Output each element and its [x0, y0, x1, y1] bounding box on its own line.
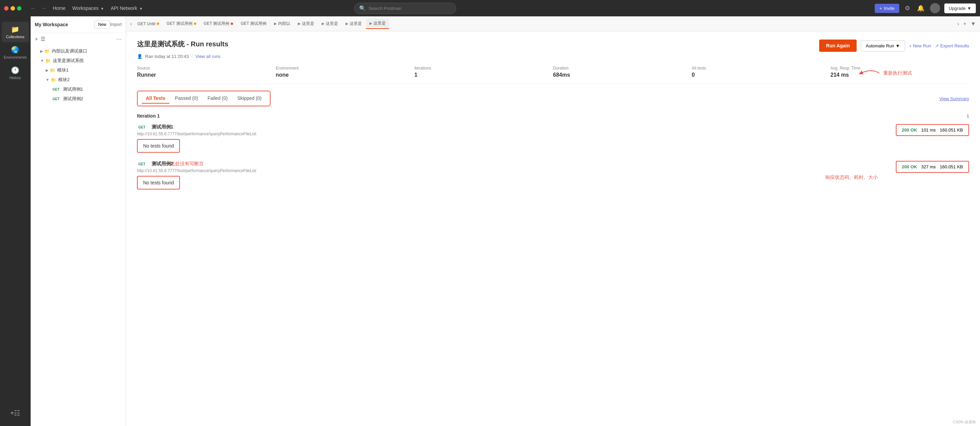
sidebar-item-environments[interactable]: 🌏 Environments — [2, 42, 29, 63]
titlebar-menu: Home Workspaces ▼ API Network ▼ — [53, 5, 143, 11]
collections-icon: 📁 — [11, 25, 19, 33]
tab-label: 内部以 — [278, 21, 290, 27]
tab-back-button[interactable]: ‹ — [129, 19, 133, 28]
tab-all-tests[interactable]: All Tests — [142, 94, 169, 103]
source-label: Source — [137, 66, 276, 70]
tab-add-button[interactable]: + — [962, 19, 968, 28]
file-tree-header: My Workspace New Import — [31, 16, 126, 33]
tree-body: ▶ 📁 内部以及调试接口 ▼ 📁 这里是测试系统 ▶ 📁 模块1 ▼ 📁 模块2 — [31, 45, 126, 426]
no-tests-text-1: No tests found — [143, 143, 174, 149]
tab-item-5[interactable]: ▶ 内部以 — [270, 19, 294, 29]
tab-skipped[interactable]: Skipped (0) — [233, 94, 266, 103]
tree-item-label: 模块1 — [57, 67, 68, 73]
view-all-runs-link[interactable]: View all runs — [196, 54, 221, 59]
arrow-svg — [861, 68, 881, 78]
tab-dot — [157, 22, 159, 25]
response-badge-2: 200 OK 327 ms 160.051 KB — [896, 161, 969, 173]
close-traffic-light[interactable] — [4, 6, 8, 11]
workspace-name: My Workspace — [35, 22, 94, 27]
result-tabs: All Tests Passed (0) Failed (0) Skipped … — [137, 91, 270, 106]
sidebar-add-button[interactable]: +☷ — [2, 405, 29, 421]
settings-button[interactable]: ⚙ — [903, 3, 912, 13]
request-item-1: GET 测试用例1 http://10.61.55.6:7777/tool/pe… — [137, 124, 969, 153]
minimize-traffic-light[interactable] — [11, 6, 15, 11]
tabs-row: All Tests Passed (0) Failed (0) Skipped … — [137, 91, 969, 106]
new-button[interactable]: New — [94, 21, 110, 29]
tree-item-module1[interactable]: ▶ 📁 模块1 — [31, 65, 126, 75]
environments-label: Environments — [4, 55, 27, 59]
invite-button[interactable]: + Invite — [875, 4, 900, 13]
tab-item-8[interactable]: ▶ 这里是 — [342, 19, 365, 29]
content-area: ‹ GET Untit GET 测试用例 GET 测试用例 GET 测试用例 ▶… — [126, 16, 980, 426]
upgrade-button[interactable]: Upgrade ▼ — [944, 3, 976, 13]
tree-item-testcase2[interactable]: GET 测试用例2 — [31, 94, 126, 103]
run-again-button[interactable]: Run Again — [819, 40, 856, 52]
tab-item-3[interactable]: GET 测试用例 — [200, 19, 237, 29]
run-stats: Source Runner Environment none Iteration… — [137, 66, 969, 84]
response-1-size: 160.051 KB — [940, 127, 963, 133]
request-1-method: GET — [137, 125, 147, 129]
tree-item-testcase1[interactable]: GET 测试用例1 — [31, 84, 126, 94]
run-header-actions: Run Again Automate Run ▼ + New Run ↗ Exp… — [819, 40, 969, 52]
run-header: 这里是测试系统 - Run results Run Again Automate… — [137, 40, 969, 52]
new-run-button[interactable]: + New Run — [909, 43, 931, 48]
sidebar-item-history[interactable]: 🕐 History — [2, 63, 29, 83]
stat-duration: Duration 684ms — [553, 66, 692, 78]
back-button[interactable]: ← — [28, 4, 38, 13]
tab-item-7[interactable]: ▶ 这里是 — [318, 19, 341, 29]
tree-filter-button[interactable]: ☰ — [41, 36, 45, 42]
add-icon: +☷ — [10, 409, 21, 417]
search-input[interactable] — [369, 6, 451, 11]
request-2-url: http://10.61.55.6:7777/tool/performance/… — [137, 168, 969, 173]
invite-icon: + — [880, 6, 882, 11]
notifications-button[interactable]: 🔔 — [916, 3, 926, 13]
response-2-time: 327 ms — [921, 164, 936, 169]
tab-item-2[interactable]: GET 测试用例 — [163, 19, 200, 29]
tab-passed[interactable]: Passed (0) — [171, 94, 202, 103]
tab-item-4[interactable]: GET 测试用例 — [237, 19, 270, 29]
tab-dot — [194, 22, 196, 25]
no-tests-text-2: No tests found — [143, 180, 174, 185]
tab-forward-button[interactable]: › — [956, 19, 960, 28]
ran-text: Ran today at 11:20:43 — [145, 54, 189, 59]
stat-iterations: Iterations 1 — [414, 66, 553, 78]
tree-actions: + ☰ ⋯ — [31, 33, 126, 45]
tree-item-testfolder[interactable]: ▼ 📁 这里是测试系统 — [31, 56, 126, 65]
avatar — [930, 3, 940, 13]
iterations-label: Iterations — [414, 66, 553, 70]
api-network-menu[interactable]: API Network ▼ — [111, 5, 143, 11]
get-badge: GET — [51, 87, 61, 92]
tree-more-button[interactable]: ⋯ — [116, 36, 122, 42]
forward-button[interactable]: → — [39, 4, 49, 13]
home-menu[interactable]: Home — [53, 5, 65, 11]
tree-item-neibufolder[interactable]: ▶ 📁 内部以及调试接口 — [31, 46, 126, 56]
annotation-run-again: 重新执行测试 — [861, 68, 912, 78]
tree-item-module2[interactable]: ▼ 📁 模块2 — [31, 75, 126, 84]
tree-add-button[interactable]: + — [35, 36, 38, 42]
tab-dropdown-button[interactable]: ▼ — [969, 19, 977, 28]
request-2-title: GET 测试用例2 — [137, 161, 969, 167]
tab-failed[interactable]: Failed (0) — [204, 94, 232, 103]
iterations-value: 1 — [414, 72, 553, 78]
file-tree: My Workspace New Import + ☰ ⋯ ▶ 📁 内部以及调试… — [31, 16, 126, 426]
folder-icon: 📁 — [51, 77, 56, 83]
tree-item-label: 内部以及调试接口 — [52, 48, 87, 54]
automate-run-button[interactable]: Automate Run ▼ — [861, 40, 905, 51]
import-button[interactable]: Import — [110, 22, 122, 27]
tree-item-label: 这里是测试系统 — [53, 57, 84, 64]
collapse-arrow: ▶ — [46, 68, 48, 73]
workspaces-menu[interactable]: Workspaces ▼ — [72, 5, 104, 11]
tab-item-9[interactable]: ▶ 这里是 — [366, 18, 389, 29]
tab-item-1[interactable]: GET Untit — [134, 19, 162, 28]
maximize-traffic-light[interactable] — [17, 6, 21, 11]
request-1-title: GET 测试用例1 — [137, 124, 969, 130]
tab-item-6[interactable]: ▶ 这里是 — [294, 19, 318, 29]
history-icon: 🕐 — [11, 66, 19, 74]
tab-dot — [231, 22, 233, 25]
view-summary-button[interactable]: View Summary — [939, 96, 969, 101]
search-bar[interactable]: 🔍 — [354, 3, 456, 14]
traffic-lights — [4, 6, 21, 11]
sidebar-item-collections[interactable]: 📁 Collections — [2, 22, 29, 42]
titlebar-right: + Invite ⚙ 🔔 Upgrade ▼ — [875, 3, 976, 13]
export-results-button[interactable]: ↗ Export Results — [935, 43, 969, 48]
